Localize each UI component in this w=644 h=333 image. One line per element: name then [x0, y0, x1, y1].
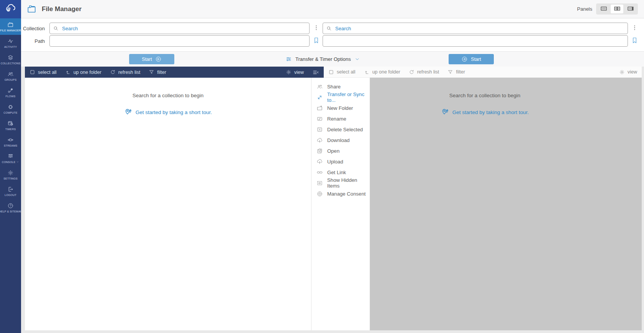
sidebar-item-console[interactable]: CONSOLE	[0, 150, 21, 166]
open-icon	[316, 148, 323, 154]
menu-item-upload[interactable]: Upload	[311, 156, 370, 167]
collection-search-input-left[interactable]	[49, 23, 310, 34]
menu-item-share[interactable]: Share	[311, 81, 370, 92]
start-transfer-right-button[interactable]: Start	[449, 54, 494, 64]
menu-item-delete-selected[interactable]: Delete Selected	[311, 124, 370, 135]
sidebar-item-label: COMPUTE	[3, 111, 17, 114]
menu-item-label: Download	[327, 137, 350, 143]
collection-menu-left-button[interactable]	[313, 24, 320, 32]
refresh-list-button[interactable]: refresh list	[409, 69, 439, 75]
right-panel-toolbar: select all up one folder refresh list fi…	[324, 67, 642, 78]
filter-button[interactable]: filter	[447, 69, 465, 75]
page-title: File Manager	[42, 5, 82, 13]
panel-layout-right-button[interactable]	[624, 5, 637, 13]
link-icon	[316, 169, 323, 176]
sidebar-item-help-sitemap[interactable]: HELP & SITEMAP	[0, 199, 21, 216]
sidebar-item-compute[interactable]: COMPUTE	[0, 101, 21, 117]
up-folder-icon	[364, 69, 370, 75]
chevron-down-icon	[354, 56, 360, 62]
transfer-timer-options-button[interactable]: Transfer & Timer Options	[285, 52, 360, 67]
upload-icon	[316, 158, 323, 165]
collection-search-input-right[interactable]	[323, 23, 628, 34]
panel-layout-dual-button[interactable]	[611, 5, 623, 13]
menu-item-download[interactable]: Download	[311, 135, 370, 145]
streams-icon	[7, 137, 14, 143]
sidebar-item-label: SETTINGS	[3, 177, 18, 180]
checkbox-icon	[29, 69, 35, 75]
collections-icon	[7, 54, 14, 61]
kebab-icon	[631, 24, 638, 32]
single-panel-icon	[599, 5, 608, 13]
select-all-button[interactable]: select all	[328, 69, 356, 75]
panels-switcher: Panels	[577, 3, 638, 15]
refresh-list-button[interactable]: refresh list	[110, 69, 141, 75]
menu-item-manage-consent[interactable]: Manage Consent	[311, 188, 370, 199]
help-icon	[7, 202, 14, 209]
path-input-left[interactable]	[49, 35, 310, 47]
sidebar-item-label: GROUPS	[5, 78, 17, 81]
share-icon	[316, 83, 323, 90]
right-file-panel: Search for a collection to begin Get sta…	[370, 78, 642, 330]
collection-menu-right-button[interactable]	[631, 24, 638, 32]
console-icon	[7, 153, 14, 159]
sidebar-item-label: COLLECTIONS	[1, 62, 21, 65]
sidebar-nav: FILE MANAGERACTIVITYCOLLECTIONSGROUPSFLO…	[0, 18, 21, 216]
up-one-folder-button[interactable]: up one folder	[364, 69, 400, 75]
groups-icon	[7, 71, 14, 77]
sidebar-item-streams[interactable]: STREAMS	[0, 134, 21, 150]
sidebar-item-label: STREAMS	[4, 144, 17, 147]
up-one-folder-button[interactable]: up one folder	[65, 69, 102, 75]
menu-item-new-folder[interactable]: New Folder	[311, 103, 370, 113]
menu-item-get-link[interactable]: Get Link	[311, 167, 370, 178]
sidebar-item-label: HELP & SITEMAP	[0, 210, 22, 213]
empty-state-title: Search for a collection to begin	[133, 93, 203, 98]
start-transfer-left-button[interactable]: Start	[129, 54, 174, 64]
sidebar-item-flows[interactable]: FLOWS	[0, 84, 21, 101]
path-input-right[interactable]	[323, 35, 628, 47]
sidebar-item-groups[interactable]: GROUPS	[0, 68, 21, 84]
select-all-button[interactable]: select all	[29, 69, 57, 75]
main-area: File Manager Panels Collection	[21, 0, 644, 333]
sidebar-item-settings[interactable]: SETTINGS	[0, 166, 21, 183]
menu-item-open[interactable]: Open	[311, 145, 370, 156]
menu-item-label: Upload	[327, 159, 343, 165]
menu-item-transfer-or-sync-to[interactable]: Transfer or Sync to...	[311, 92, 370, 103]
flows-icon	[7, 87, 14, 94]
chevron-down-icon	[16, 160, 19, 164]
folder-manager-icon	[7, 21, 14, 28]
view-settings-button[interactable]: view	[619, 69, 637, 75]
panels-label: Panels	[577, 6, 592, 12]
collapse-menu-icon	[312, 69, 319, 76]
bookmark-right-button[interactable]	[631, 37, 638, 45]
sidebar-item-label: FILE MANAGER	[0, 29, 21, 32]
new-folder-icon	[316, 105, 323, 111]
eye-icon	[316, 180, 323, 186]
menu-item-rename[interactable]: Rename	[311, 113, 370, 124]
empty-state-title: Search for a collection to begin	[449, 93, 520, 98]
menu-item-show-hidden-items[interactable]: Show Hidden Items	[311, 178, 370, 188]
sidebar-item-logout[interactable]: LOGOUT	[0, 183, 21, 199]
left-file-panel: Search for a collection to begin Get sta…	[25, 78, 311, 330]
sidebar-item-label: TIMERS	[5, 128, 16, 131]
sidebar-item-collections[interactable]: COLLECTIONS	[0, 51, 21, 68]
path-label: Path	[21, 38, 45, 44]
sidebar-item-timers[interactable]: TIMERS	[0, 117, 21, 134]
take-tour-link[interactable]: Get started by taking a short tour.	[441, 108, 529, 116]
menu-item-label: Manage Consent	[327, 191, 365, 197]
globus-logo[interactable]: g	[0, 0, 21, 18]
bookmark-left-button[interactable]	[313, 37, 320, 45]
view-settings-button[interactable]: view	[286, 69, 304, 75]
play-right-icon	[155, 56, 162, 62]
timers-icon	[7, 120, 14, 127]
consent-icon	[316, 191, 323, 197]
collapse-action-menu-button[interactable]	[312, 69, 319, 76]
refresh-icon	[409, 69, 415, 75]
sliders-icon	[285, 56, 292, 62]
bookmark-icon	[631, 37, 638, 45]
sidebar-item-file-manager[interactable]: FILE MANAGER	[0, 18, 21, 35]
play-left-icon	[461, 56, 468, 62]
panel-layout-single-button[interactable]	[597, 5, 610, 13]
filter-button[interactable]: filter	[149, 69, 166, 75]
sidebar-item-activity[interactable]: ACTIVITY	[0, 35, 21, 51]
take-tour-link[interactable]: Get started by taking a short tour.	[124, 108, 212, 116]
